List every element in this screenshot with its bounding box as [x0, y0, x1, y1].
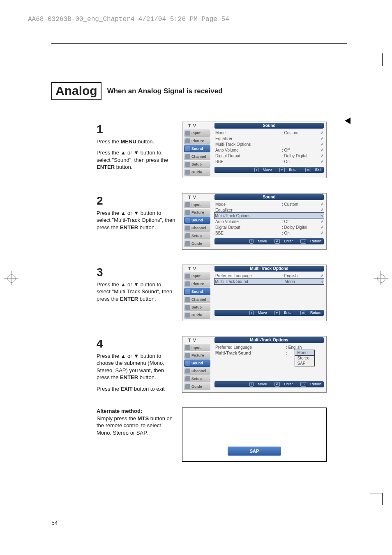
enter-icon: ↵: [279, 168, 285, 172]
channel-icon: [185, 368, 190, 373]
alt-text: Alternate method: Simply press the MTS b…: [97, 408, 175, 462]
guide-icon: [185, 384, 190, 389]
osd-row-value: : English: [286, 345, 323, 350]
dropdown-option-stereo[interactable]: Stereo: [295, 355, 314, 361]
osd-row-bbe[interactable]: BBE: On√: [214, 159, 324, 164]
osd-row-mto[interactable]: Multi-Track Options√: [214, 212, 324, 219]
osd-side-label: Picture: [191, 139, 204, 143]
osd-side-picture[interactable]: Picture: [184, 137, 210, 145]
osd-row-equalizer[interactable]: Equalizer√: [214, 207, 324, 213]
osd-side-setup[interactable]: Setup: [184, 232, 210, 240]
osd-row-value: : Off: [282, 148, 319, 152]
registration-mark-left: [4, 271, 18, 285]
osd-row-mtsound[interactable]: Multi-Track Sound: Mono√: [214, 278, 324, 285]
osd-row-mode[interactable]: Mode: Custom√: [214, 201, 324, 207]
osd-menu: T V Multi-Track Options Input Picture So…: [182, 265, 327, 321]
osd-side-label: Sound: [191, 290, 203, 294]
osd-side-label: Input: [191, 203, 201, 207]
osd-side-label: Channel: [191, 154, 206, 159]
osd-side-input[interactable]: Input: [184, 344, 210, 351]
back-arrow-icon: [345, 117, 350, 124]
osd-row-digitaloutput[interactable]: Digital Output: Dolby Digital√: [214, 224, 324, 230]
osd-side-setup[interactable]: Setup: [184, 304, 210, 311]
osd-side-setup[interactable]: Setup: [184, 161, 210, 168]
osd-main-panel: Mode: Custom√ Equalizer√ Multi-Track Opt…: [212, 200, 326, 249]
osd-footer: ↕Move ↵Enter ▭Return: [214, 310, 324, 316]
osd-row-label: BBE: [215, 231, 282, 235]
guide-icon: [185, 170, 190, 175]
osd-row-bbe[interactable]: BBE: On√: [214, 230, 324, 236]
osd-row-autovolume[interactable]: Auto Volume: Off√: [214, 147, 324, 153]
osd-side-input[interactable]: Input: [184, 201, 210, 208]
osd-row-preflang[interactable]: Preferred Language: English: [214, 344, 324, 350]
step-number: 2: [97, 193, 175, 209]
dropdown-option-mono[interactable]: Mono: [295, 350, 315, 356]
picture-icon: [185, 353, 190, 358]
osd-row-digitaloutput[interactable]: Digital Output: Dolby Digital√: [214, 153, 324, 159]
osd-side-guide[interactable]: Guide: [184, 383, 210, 390]
osd-row-label: Preferred Language: [215, 274, 282, 278]
osd-side-channel[interactable]: Channel: [184, 153, 210, 160]
osd-side-picture[interactable]: Picture: [184, 280, 210, 288]
osd-foot-label: Return: [310, 382, 321, 386]
osd-row-preflang[interactable]: Preferred Language: English√: [214, 273, 324, 279]
osd-side-label: Channel: [191, 226, 206, 230]
crop-mark: [370, 66, 382, 66]
osd-menu: T V Sound Input Picture Sound Channel Se…: [182, 193, 327, 250]
menu-button-name: MENU: [121, 138, 136, 145]
dropdown-option-sap[interactable]: SAP: [295, 361, 314, 366]
osd-side-channel[interactable]: Channel: [184, 296, 210, 303]
osd-footer: ↕Move ↵Enter ▭Return: [214, 381, 324, 387]
alternate-method: Alternate method: Simply press the MTS b…: [97, 408, 347, 462]
osd-row-autovolume[interactable]: Auto Volume: Off√: [214, 219, 324, 224]
osd-side-label: Sound: [191, 218, 203, 222]
mts-dropdown[interactable]: Mono Stereo SAP: [295, 350, 315, 366]
setup-icon: [185, 305, 190, 310]
osd-side-picture[interactable]: Picture: [184, 352, 210, 359]
step-number: 4: [97, 336, 175, 352]
picture-icon: [185, 210, 190, 215]
osd-side-sound[interactable]: Sound: [184, 288, 210, 295]
osd-side-sound[interactable]: Sound: [184, 145, 210, 152]
osd-row-label: Auto Volume: [215, 148, 282, 152]
osd-title: Multi-Track Options: [214, 266, 324, 272]
osd-foot-label: Enter: [284, 382, 293, 386]
osd-side-input[interactable]: Input: [184, 129, 210, 137]
osd-side-picture[interactable]: Picture: [184, 209, 210, 216]
setup-icon: [185, 376, 190, 381]
enter-button-name: ENTER: [120, 224, 138, 230]
setup-icon: [185, 162, 190, 167]
sound-icon: [185, 218, 190, 223]
osd-side-label: Guide: [191, 242, 202, 246]
osd-row-value: : On: [282, 231, 319, 235]
osd-side-label: Input: [191, 274, 201, 278]
chevron-right-icon: √: [319, 219, 323, 224]
osd-side-sound[interactable]: Sound: [184, 216, 210, 224]
osd-side-label: Input: [191, 345, 201, 350]
mts-button-name: MTS: [138, 415, 149, 421]
input-icon: [185, 131, 190, 136]
osd-side-input[interactable]: Input: [184, 272, 210, 280]
osd-side-guide[interactable]: Guide: [184, 240, 210, 247]
chevron-right-icon: √: [319, 214, 323, 218]
osd-side-guide[interactable]: Guide: [184, 168, 210, 176]
osd-side-setup[interactable]: Setup: [184, 375, 210, 382]
alt-text-fragment: Simply press the: [97, 415, 138, 421]
analog-badge: Analog: [51, 82, 101, 100]
osd-side-label: Setup: [191, 162, 202, 166]
osd-screenshot-2: T V Sound Input Picture Sound Channel Se…: [182, 193, 327, 250]
osd-side-sound[interactable]: Sound: [184, 359, 210, 367]
input-icon: [185, 274, 190, 279]
osd-tv-label: T V: [188, 123, 196, 128]
input-icon: [185, 345, 190, 350]
osd-row-mode[interactable]: Mode: Custom√: [214, 130, 324, 136]
osd-side-guide[interactable]: Guide: [184, 311, 210, 319]
osd-side-channel[interactable]: Channel: [184, 224, 210, 232]
osd-side-label: Picture: [191, 210, 204, 214]
osd-row-equalizer[interactable]: Equalizer√: [214, 136, 324, 141]
osd-row-mto[interactable]: Multi-Track Options√: [214, 141, 324, 147]
exit-button-name: EXIT: [121, 386, 133, 392]
osd-side-channel[interactable]: Channel: [184, 367, 210, 375]
osd-row-label: Mode: [215, 131, 282, 135]
menu-icon: ▭: [305, 168, 311, 172]
